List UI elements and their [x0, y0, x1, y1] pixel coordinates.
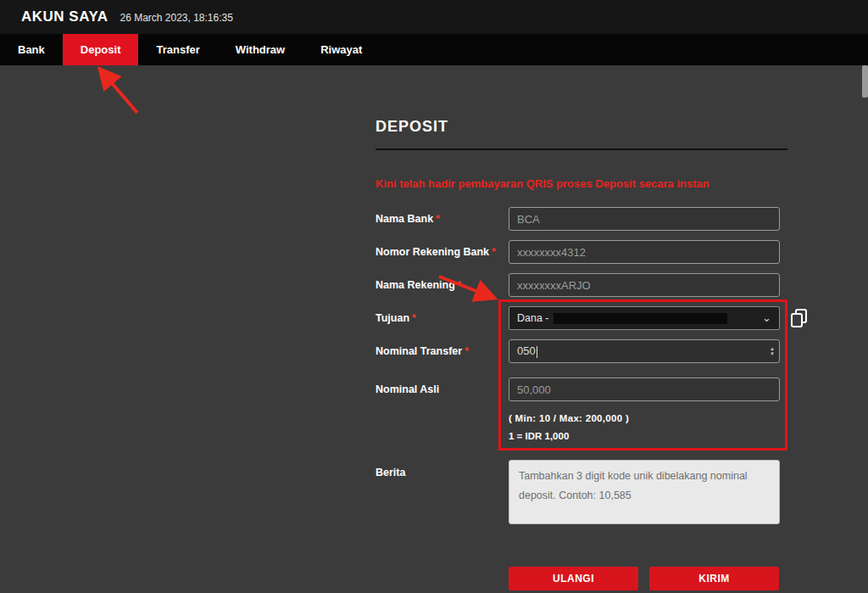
berita-textarea[interactable]: Tambahkan 3 digit kode unik dibelakang n… — [509, 460, 780, 524]
form-actions: ULANGI KIRIM — [509, 567, 787, 590]
nama-bank-label: Nama Bank* — [376, 213, 509, 225]
nominal-asli-label: Nominal Asli — [376, 383, 509, 395]
rate-note: 1 = IDR 1,000 — [509, 431, 787, 441]
tab-bank[interactable]: Bank — [0, 34, 63, 65]
required-marker: * — [436, 213, 440, 225]
spinner-down-icon[interactable]: ▼ — [770, 351, 775, 356]
nominal-transfer-input[interactable] — [509, 339, 780, 363]
row-nominal-asli: Nominal Asli — [376, 378, 787, 401]
copy-icon[interactable] — [788, 307, 810, 329]
page-title: DEPOSIT — [376, 118, 787, 150]
chevron-down-icon: ⌄ — [762, 314, 771, 322]
row-nominal-transfer: Nominal Transfer* 050 ▲▼ — [376, 339, 787, 363]
tujuan-selected-value: Dana - — [517, 312, 549, 324]
row-berita: Berita Tambahkan 3 digit kode unik dibel… — [376, 460, 787, 528]
tujuan-select[interactable]: Dana - ⌄ — [509, 306, 780, 330]
page: AKUN SAYA 26 March 2023, 18:16:35 Bank D… — [0, 0, 868, 593]
min-max-note: ( Min: 10 / Max: 200,000 ) — [509, 413, 787, 423]
redaction-bar — [554, 313, 727, 324]
timestamp: 26 March 2023, 18:16:35 — [120, 12, 232, 24]
nomor-rekening-input[interactable] — [509, 240, 780, 264]
required-marker: * — [458, 279, 462, 291]
nomor-rekening-label: Nomor Rekening Bank* — [376, 246, 509, 258]
nama-rekening-input[interactable] — [509, 273, 780, 297]
row-nomor-rekening: Nomor Rekening Bank* — [376, 240, 787, 264]
kirim-button[interactable]: KIRIM — [649, 567, 779, 590]
tujuan-label: Tujuan* — [376, 312, 509, 324]
required-marker: * — [412, 312, 416, 324]
scrollbar-thumb[interactable] — [862, 65, 868, 98]
berita-label: Berita — [376, 460, 509, 478]
annotated-section: Tujuan* Dana - ⌄ — [376, 306, 787, 441]
nominal-transfer-label: Nominal Transfer* — [376, 345, 509, 357]
nominal-asli-input[interactable] — [509, 378, 780, 401]
content-area: DEPOSIT Kini telah hadir pembayaran QRIS… — [0, 65, 868, 593]
row-nama-bank: Nama Bank* — [376, 207, 787, 231]
number-spinner[interactable]: ▲▼ — [770, 346, 775, 356]
tab-withdraw[interactable]: Withdraw — [218, 34, 303, 65]
main-nav: Bank Deposit Transfer Withdraw Riwayat — [0, 34, 868, 65]
tab-deposit[interactable]: Deposit — [63, 34, 139, 65]
ulangi-button[interactable]: ULANGI — [509, 567, 638, 590]
tab-transfer[interactable]: Transfer — [138, 34, 217, 65]
nama-rekening-label: Nama Rekening* — [376, 279, 509, 291]
app-title: AKUN SAYA — [21, 8, 108, 25]
row-tujuan: Tujuan* Dana - ⌄ — [376, 306, 787, 330]
row-nama-rekening: Nama Rekening* — [376, 273, 787, 297]
required-marker: * — [492, 246, 496, 258]
qris-notice: Kini telah hadir pembayaran QRIS proses … — [376, 177, 787, 190]
tab-riwayat[interactable]: Riwayat — [303, 34, 380, 65]
deposit-form: DEPOSIT Kini telah hadir pembayaran QRIS… — [376, 118, 787, 590]
nama-bank-input[interactable] — [509, 207, 780, 231]
top-bar: AKUN SAYA 26 March 2023, 18:16:35 — [0, 0, 868, 34]
required-marker: * — [465, 345, 469, 357]
